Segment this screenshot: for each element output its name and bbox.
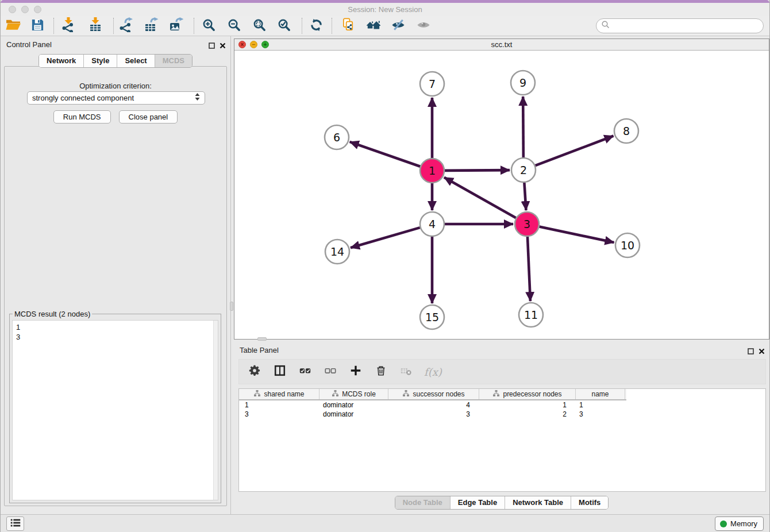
export-table-button[interactable] (140, 17, 163, 35)
fx-icon: f(x) (424, 366, 442, 378)
graph-edge-3-1[interactable] (444, 178, 516, 218)
table-settings-button[interactable] (247, 364, 262, 379)
delete-table-button[interactable] (399, 364, 414, 379)
home-button[interactable] (362, 17, 385, 35)
cell-shared-name: 1 (239, 401, 319, 409)
task-history-button[interactable] (6, 516, 24, 531)
search-input[interactable] (610, 20, 763, 32)
export-image-button[interactable] (164, 17, 187, 35)
cell-shared-name: 3 (239, 410, 319, 418)
tab-network[interactable]: Network (39, 55, 83, 67)
mcds-result-line: 1 (16, 322, 214, 332)
graph-edge-3-11[interactable] (528, 237, 530, 301)
graph-edge-2-8[interactable] (536, 136, 614, 166)
gear-icon (248, 364, 261, 379)
graph-node-label-2: 2 (520, 164, 527, 176)
tab-node-table[interactable]: Node Table (395, 496, 450, 509)
refresh-view-button[interactable] (305, 17, 328, 35)
table-tabbar: Node Table Edge Table Network Table Moti… (234, 496, 769, 510)
cell-name: 1 (576, 401, 625, 409)
graph-edge-2-3[interactable] (524, 183, 526, 210)
float-table-panel-icon[interactable] (748, 346, 754, 357)
trash-icon (375, 364, 387, 379)
table-panel: Table Panel f(x) (234, 342, 769, 514)
criterion-value: strongly connected component (32, 94, 195, 102)
eye-icon (416, 18, 431, 34)
zoom-out-icon (227, 18, 241, 34)
mcds-result-groupbox: MCDS result (2 nodes) 1 3 (9, 314, 221, 503)
graph-edge-1-2[interactable] (445, 170, 510, 171)
select-all-columns-button[interactable] (298, 364, 313, 379)
column-header-shared-name[interactable]: shared name (239, 389, 319, 399)
create-column-button[interactable] (348, 364, 363, 379)
column-label: successor nodes (413, 390, 464, 398)
zoom-selected-icon (277, 18, 291, 34)
mcds-result-legend: MCDS result (2 nodes) (13, 310, 92, 318)
cell-mcds-role: dominator (319, 410, 388, 418)
export-table-icon (144, 17, 159, 34)
float-panel-icon[interactable] (209, 41, 215, 51)
tab-motifs[interactable]: Motifs (571, 496, 608, 509)
criterion-dropdown[interactable]: strongly connected component (27, 91, 205, 105)
unchecked-boxes-icon (324, 364, 337, 379)
close-panel-icon[interactable] (220, 41, 226, 51)
column-tree-icon (332, 390, 339, 399)
search-icon (601, 20, 610, 32)
graph-node-label-1: 1 (429, 164, 436, 177)
toolbar-separator (332, 18, 332, 34)
vertical-splitter-handle[interactable] (230, 302, 233, 311)
open-folder-icon (5, 18, 21, 34)
close-panel-button[interactable]: Close panel (119, 110, 178, 124)
table-toolbar: f(x) (238, 359, 766, 384)
graph-node-label-4: 4 (429, 218, 436, 230)
graph-edge-3-10[interactable] (540, 227, 614, 242)
delete-column-button[interactable] (374, 364, 388, 379)
show-columns-button[interactable] (272, 364, 287, 379)
memory-button[interactable]: Memory (715, 516, 764, 531)
zoom-in-button[interactable] (197, 17, 220, 35)
table-row[interactable]: 1 dominator 4 1 1 (239, 400, 765, 410)
zoom-selected-button[interactable] (272, 17, 295, 35)
graph-edge-1-6[interactable] (350, 142, 421, 167)
tab-select[interactable]: Select (117, 55, 154, 67)
graph-node-label-8: 8 (623, 125, 630, 137)
control-panel-title: Control Panel (6, 40, 52, 49)
import-network-button[interactable] (57, 17, 80, 35)
show-all-button[interactable] (412, 17, 435, 35)
horizontal-splitter-handle[interactable] (257, 337, 267, 341)
graph-edge-2-9[interactable] (523, 97, 523, 157)
tab-network-table[interactable]: Network Table (505, 496, 571, 509)
save-session-button[interactable] (26, 17, 49, 35)
unselect-all-columns-button[interactable] (323, 364, 338, 379)
column-tree-icon (492, 390, 500, 399)
cell-successor-nodes: 3 (388, 410, 479, 418)
function-builder-button[interactable]: f(x) (424, 364, 442, 379)
column-header-mcds-role[interactable]: MCDS role (319, 389, 388, 399)
tab-mcds[interactable]: MCDS (155, 55, 192, 67)
open-session-button[interactable] (2, 17, 25, 35)
tab-style[interactable]: Style (83, 55, 117, 67)
zoom-out-button[interactable] (222, 17, 245, 35)
column-header-predecessor-nodes[interactable]: predecessor nodes (479, 389, 576, 399)
column-header-successor-nodes[interactable]: successor nodes (388, 389, 479, 399)
hide-selected-button[interactable] (387, 17, 410, 35)
app-titlebar: Session: New Session (1, 3, 769, 16)
copy-network-view-button[interactable] (337, 17, 360, 35)
save-floppy-icon (30, 18, 45, 34)
export-network-button[interactable] (114, 17, 137, 35)
tab-edge-table[interactable]: Edge Table (450, 496, 505, 509)
eye-slash-icon (391, 18, 406, 34)
network-canvas[interactable]: 7968124314101511 (234, 51, 769, 339)
column-header-name[interactable]: name (576, 389, 625, 399)
import-table-button[interactable] (84, 17, 107, 35)
run-mcds-button[interactable]: Run MCDS (53, 110, 111, 124)
mcds-result-textarea[interactable]: 1 3 (12, 320, 218, 500)
graph-edge-4-14[interactable] (351, 228, 420, 248)
table-row[interactable]: 3 dominator 3 2 3 (239, 410, 765, 419)
close-table-panel-icon[interactable] (759, 346, 765, 357)
column-tree-icon (253, 390, 261, 399)
zoom-fit-button[interactable] (248, 17, 271, 35)
delete-table-icon (399, 364, 413, 379)
result-scrollbar[interactable] (213, 321, 218, 500)
cell-mcds-role: dominator (319, 401, 388, 409)
